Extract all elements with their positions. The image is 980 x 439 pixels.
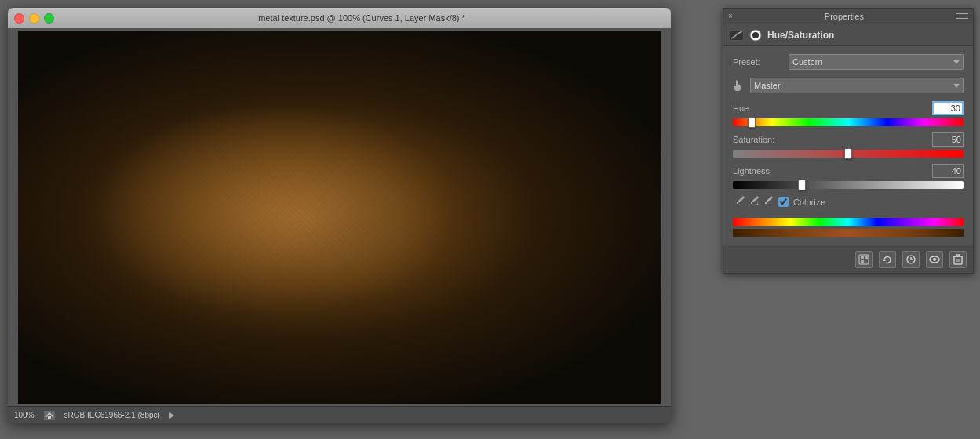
history-button[interactable] <box>902 251 920 268</box>
adjustment-name: Hue/Saturation <box>767 30 834 41</box>
svg-rect-1 <box>48 416 51 419</box>
colorize-row: + - Colorize <box>733 195 964 209</box>
lightness-label-row: Lightness: <box>733 164 964 178</box>
preset-label: Preset: <box>733 57 784 67</box>
eyedropper-icon-1[interactable] <box>736 195 745 209</box>
close-button[interactable] <box>14 13 24 24</box>
menu-line-1 <box>956 13 968 14</box>
hue-slider-track[interactable] <box>733 118 964 126</box>
eyedropper-icon-2[interactable]: + <box>750 195 760 209</box>
window-titlebar: metal texture.psd @ 100% (Curves 1, Laye… <box>8 8 671 28</box>
hue-slider-thumb[interactable] <box>748 117 756 128</box>
channel-row: Master <box>733 78 964 93</box>
svg-rect-9 <box>861 256 864 259</box>
colorize-checkbox[interactable] <box>778 197 789 207</box>
export-icon[interactable] <box>44 411 55 419</box>
lightness-slider-track[interactable] <box>733 181 964 189</box>
lightness-section: Lightness: <box>733 164 964 189</box>
svg-point-14 <box>933 258 936 261</box>
color-bar-section <box>733 218 964 237</box>
maximize-button[interactable] <box>44 13 54 24</box>
hue-label: Hue: <box>733 103 751 113</box>
channel-select[interactable]: Master <box>750 78 964 93</box>
svg-text:+: + <box>756 201 760 206</box>
visibility-button[interactable] <box>926 251 943 268</box>
preset-select[interactable]: Custom <box>789 54 964 70</box>
profile-arrow-icon[interactable] <box>169 412 174 419</box>
menu-line-3 <box>956 18 968 19</box>
svg-text:-: - <box>770 201 772 206</box>
saturation-slider-track[interactable] <box>733 150 964 158</box>
new-adjustment-button[interactable] <box>855 251 873 268</box>
metal-texture-image <box>18 31 661 404</box>
menu-line-2 <box>956 16 968 16</box>
panel-title-row: Hue/Saturation <box>723 24 973 46</box>
lightness-value-input[interactable] <box>932 164 964 178</box>
canvas-statusbar: 100% sRGB IEC61966-2.1 (8bpc) <box>8 406 671 423</box>
panel-header-bar: × Properties <box>723 9 973 24</box>
delete-button[interactable] <box>949 251 967 268</box>
mask-icon <box>749 30 763 41</box>
panel-title-label: Properties <box>825 12 864 21</box>
canvas-window: metal texture.psd @ 100% (Curves 1, Laye… <box>8 8 671 423</box>
eyedropper-icon-3[interactable]: - <box>764 195 774 209</box>
preset-row: Preset: Custom <box>733 54 964 70</box>
lightness-slider-thumb[interactable] <box>798 180 806 190</box>
hue-value-input[interactable] <box>932 101 964 115</box>
svg-rect-10 <box>865 256 868 259</box>
properties-panel: × Properties Hue/Saturation <box>723 8 974 274</box>
minimize-button[interactable] <box>29 13 39 24</box>
channel-hand-icon <box>733 79 745 92</box>
colorize-label: Colorize <box>793 198 825 207</box>
rainbow-bar <box>733 218 964 226</box>
reset-button[interactable] <box>879 251 896 268</box>
color-profile: sRGB IEC61966-2.1 (8bpc) <box>64 411 160 419</box>
panel-close-icon[interactable]: × <box>728 12 733 20</box>
saturation-label: Saturation: <box>733 135 774 144</box>
panel-bottom-toolbar <box>723 245 973 273</box>
curves-icon <box>730 30 744 41</box>
window-title: metal texture.psd @ 100% (Curves 1, Laye… <box>59 13 665 23</box>
panel-body: Preset: Custom Master Hue: <box>723 46 973 245</box>
svg-rect-11 <box>861 260 864 263</box>
saturation-value-input[interactable] <box>932 132 964 147</box>
result-bar <box>733 229 964 237</box>
hue-label-row: Hue: <box>733 101 964 115</box>
svg-point-5 <box>752 32 759 38</box>
saturation-section: Saturation: <box>733 132 964 158</box>
lightness-label: Lightness: <box>733 166 772 176</box>
zoom-level: 100% <box>14 411 35 419</box>
hue-section: Hue: <box>733 101 964 126</box>
saturation-label-row: Saturation: <box>733 132 964 147</box>
canvas-area <box>8 28 671 406</box>
saturation-slider-thumb[interactable] <box>844 148 852 159</box>
panel-menu-icon[interactable] <box>956 13 968 19</box>
